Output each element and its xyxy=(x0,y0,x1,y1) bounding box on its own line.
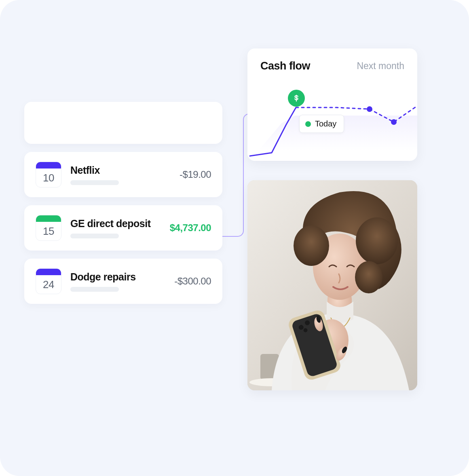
transaction-title: GE direct deposit xyxy=(70,218,161,230)
transaction-amount: -$19.00 xyxy=(180,169,211,180)
transaction-card[interactable]: 24 Dodge repairs -$300.00 xyxy=(24,259,222,304)
cash-flow-chart: Today xyxy=(247,84,417,161)
user-photo xyxy=(247,180,417,390)
calendar-icon: 10 xyxy=(36,162,61,187)
cash-flow-range[interactable]: Next month xyxy=(357,61,404,72)
connector-line xyxy=(222,113,250,238)
skeleton-line xyxy=(70,234,119,238)
calendar-day: 10 xyxy=(36,168,61,187)
transaction-amount: -$300.00 xyxy=(174,276,211,287)
today-dot-icon xyxy=(305,121,311,127)
transaction-card[interactable]: 15 GE direct deposit $4,737.00 xyxy=(24,205,222,251)
transaction-card-placeholder xyxy=(24,102,222,144)
transaction-card[interactable]: 10 Netflix -$19.00 xyxy=(24,152,222,197)
transaction-title: Dodge repairs xyxy=(70,271,165,283)
transaction-amount: $4,737.00 xyxy=(170,222,211,234)
svg-point-8 xyxy=(294,225,329,266)
today-marker: Today xyxy=(299,115,344,133)
transaction-title: Netflix xyxy=(70,164,171,176)
skeleton-line xyxy=(70,287,119,292)
calendar-icon: 24 xyxy=(36,268,61,294)
calendar-icon: 15 xyxy=(36,215,61,241)
cash-flow-title: Cash flow xyxy=(260,60,310,72)
svg-point-9 xyxy=(356,217,398,264)
svg-point-0 xyxy=(367,106,372,112)
app-canvas: 10 Netflix -$19.00 15 GE direct deposit … xyxy=(0,0,469,476)
calendar-day: 15 xyxy=(36,222,61,240)
cash-flow-card[interactable]: Cash flow Next month Today xyxy=(247,48,417,161)
calendar-day: 24 xyxy=(36,275,61,294)
dollar-icon xyxy=(288,90,305,107)
skeleton-line xyxy=(70,180,119,185)
transaction-list: 10 Netflix -$19.00 15 GE direct deposit … xyxy=(24,102,222,312)
svg-point-10 xyxy=(355,261,382,293)
svg-point-1 xyxy=(391,119,397,125)
today-label: Today xyxy=(315,119,336,128)
